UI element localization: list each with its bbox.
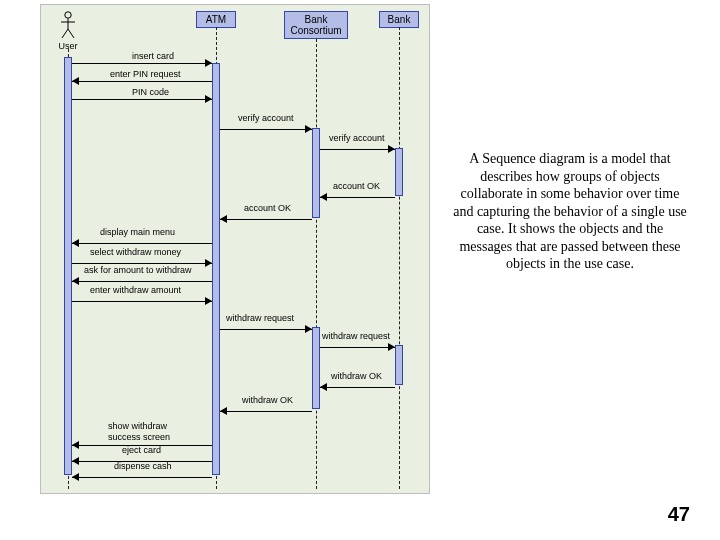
actor-user: User [53, 11, 83, 51]
msg-account-ok-2: account OK [220, 213, 312, 225]
msg-withdraw-request-2: withdraw request [320, 341, 395, 353]
lifeline-bank [399, 27, 400, 489]
msg-verify-account-1: verify account [220, 123, 312, 135]
activation-consortium-2 [312, 327, 320, 409]
participant-bank: Bank [379, 11, 419, 28]
sequence-diagram-panel: User ATM Bank Consortium Bank insert car… [40, 4, 430, 494]
participant-bank-label: Bank [388, 14, 411, 25]
svg-point-0 [65, 12, 71, 18]
participant-consortium-label1: Bank [305, 14, 328, 25]
person-icon [59, 11, 77, 39]
page-number: 47 [668, 503, 690, 526]
msg-insert-card: insert card [72, 57, 212, 69]
svg-line-4 [68, 29, 74, 38]
msg-withdraw-ok-2: withdraw OK [220, 405, 312, 417]
msg-withdraw-request-1: withdraw request [220, 323, 312, 335]
msg-enter-pin-request: enter PIN request [72, 75, 212, 87]
activation-consortium-1 [312, 128, 320, 218]
activation-user [64, 57, 72, 475]
msg-account-ok-1: account OK [320, 191, 395, 203]
msg-show-withdraw-success: show withdraw success screen [72, 427, 212, 439]
activation-atm [212, 63, 220, 475]
lifeline-consortium [316, 39, 317, 489]
activation-bank-1 [395, 148, 403, 196]
msg-dispense-cash: dispense cash [72, 471, 212, 483]
msg-enter-withdraw-amount: enter withdraw amount [72, 295, 212, 307]
svg-line-3 [62, 29, 68, 38]
activation-bank-2 [395, 345, 403, 385]
msg-verify-account-2: verify account [320, 143, 395, 155]
participant-consortium-label2: Consortium [290, 25, 341, 36]
participant-atm: ATM [196, 11, 236, 28]
msg-pin-code: PIN code [72, 93, 212, 105]
participant-atm-label: ATM [206, 14, 226, 25]
participant-consortium: Bank Consortium [284, 11, 348, 39]
description-text: A Sequence diagram is a model that descr… [450, 150, 690, 273]
msg-withdraw-ok-1: withdraw OK [320, 381, 395, 393]
